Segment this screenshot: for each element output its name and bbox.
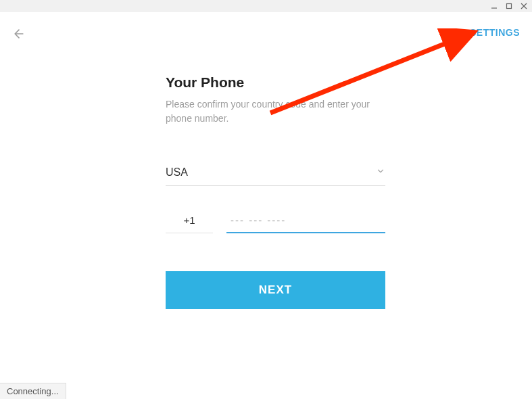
window-titlebar [0,0,532,12]
status-bar: Connecting... [0,383,66,399]
minimize-button[interactable] [490,2,498,10]
country-name: USA [166,166,188,179]
country-code-input[interactable] [166,210,213,233]
maximize-button[interactable] [505,2,513,10]
next-button[interactable]: NEXT [166,271,385,309]
page-title: Your Phone [166,74,385,91]
phone-input-row [166,210,385,233]
app-header: SETTINGS [0,12,532,41]
close-button[interactable] [520,2,528,10]
phone-number-input[interactable] [226,210,385,233]
main-content: Your Phone Please confirm your country c… [166,74,385,309]
country-selector[interactable]: USA [166,166,385,186]
chevron-down-icon [376,166,385,179]
page-subtitle: Please confirm your country code and ent… [166,97,385,126]
settings-link[interactable]: SETTINGS [470,27,520,38]
svg-rect-1 [507,4,512,9]
back-arrow-icon[interactable] [12,27,26,41]
